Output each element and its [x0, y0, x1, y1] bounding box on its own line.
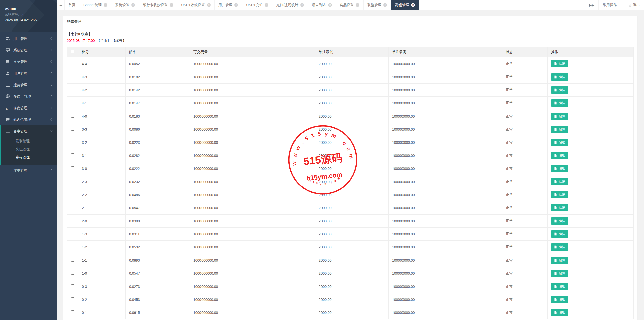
tab[interactable]: 语言列表 ×: [308, 0, 336, 10]
tab[interactable]: 系统设置 ×: [111, 0, 139, 10]
tab[interactable]: 奖品设置 ×: [336, 0, 364, 10]
row-checkbox[interactable]: [71, 206, 74, 209]
edit-button[interactable]: 编辑: [551, 60, 568, 67]
tab-close-icon[interactable]: ×: [131, 3, 135, 7]
row-checkbox[interactable]: [71, 258, 74, 262]
edit-button[interactable]: 编辑: [551, 270, 568, 277]
sidebar-group: 站内信管理: [0, 114, 57, 125]
row-checkbox[interactable]: [71, 75, 74, 78]
edit-button[interactable]: 编辑: [551, 99, 568, 107]
row-checkbox[interactable]: [71, 297, 74, 301]
edit-button[interactable]: 编辑: [551, 139, 568, 146]
edit-button-label: 编辑: [559, 140, 565, 145]
user-name: admin: [5, 6, 52, 10]
sidebar-item[interactable]: 站内信管理: [0, 114, 57, 125]
tab-close-icon[interactable]: ×: [328, 3, 332, 7]
user-icon: [6, 71, 10, 75]
tab[interactable]: 银行卡收款设置 ×: [139, 0, 177, 10]
tabs-scroll-left-icon[interactable]: ◀◀: [57, 0, 65, 10]
tabs-scroll-right-icon[interactable]: ▶▶: [585, 0, 598, 10]
sidebar-item[interactable]: 运营管理: [0, 79, 57, 91]
tab[interactable]: 用户管理 ×: [215, 0, 242, 10]
sidebar-item[interactable]: 赛事管理: [1, 125, 57, 137]
row-checkbox[interactable]: [71, 284, 74, 288]
tab-close-icon[interactable]: ×: [300, 3, 304, 7]
odds-cell: 0.0380: [126, 215, 190, 228]
sidebar-item[interactable]: 文章管理: [0, 56, 57, 67]
edit-button[interactable]: 编辑: [551, 217, 568, 225]
row-checkbox[interactable]: [71, 180, 74, 183]
edit-button-label: 编辑: [559, 310, 565, 315]
edit-button[interactable]: 编辑: [551, 113, 568, 120]
tab[interactable]: 赛程管理 ×: [391, 0, 419, 10]
min-cell: 2000.00: [315, 175, 389, 188]
row-checkbox[interactable]: [71, 88, 74, 91]
row-checkbox[interactable]: [71, 245, 74, 248]
row-checkbox[interactable]: [71, 166, 74, 170]
edit-button[interactable]: 编辑: [551, 191, 568, 198]
tab[interactable]: 联盟管理 ×: [364, 0, 391, 10]
tab[interactable]: Banner管理 ×: [79, 0, 111, 10]
row-checkbox[interactable]: [71, 153, 74, 157]
sidebar-item[interactable]: 系统管理: [0, 44, 57, 56]
tab[interactable]: 充值/提现统计 ×: [272, 0, 308, 10]
edit-button[interactable]: 编辑: [551, 86, 568, 94]
sidebar-item-label: 站内信管理: [13, 118, 31, 122]
row-checkbox[interactable]: [71, 101, 74, 104]
sidebar-group: 赛事管理 联盟管理 队伍管理 赛程管理: [0, 125, 57, 165]
tab-close-icon[interactable]: ×: [234, 3, 238, 7]
max-cell: 100000000.00: [389, 175, 502, 188]
edit-file-icon: [554, 285, 557, 288]
edit-button[interactable]: 编辑: [551, 126, 568, 133]
edit-button[interactable]: 编辑: [551, 230, 568, 238]
edit-button[interactable]: 编辑: [551, 204, 568, 211]
common-operations-label: 常用操作: [603, 3, 617, 7]
sidebar-item[interactable]: 用户管理: [0, 67, 57, 79]
sidebar-item[interactable]: 用户管理: [0, 33, 57, 44]
tab[interactable]: USDT收款设置 ×: [177, 0, 215, 10]
row-checkbox[interactable]: [71, 62, 74, 65]
sidebar-subitem[interactable]: 联盟管理: [1, 137, 57, 145]
sidebar-item[interactable]: 多语言管理: [0, 91, 57, 102]
sidebar-item[interactable]: ¥ 转盘管理: [0, 102, 57, 114]
tabbar: ◀◀ 首页 Banner管理 × 系统设置 × 银行卡收款设置 × USDT收款…: [57, 0, 644, 10]
edit-button[interactable]: 编辑: [551, 165, 568, 172]
tab-close-icon[interactable]: ×: [356, 3, 359, 7]
user-role-dropdown[interactable]: 超级管理员 ▾: [5, 12, 52, 16]
edit-button[interactable]: 编辑: [551, 296, 568, 303]
row-checkbox[interactable]: [71, 219, 74, 222]
row-checkbox[interactable]: [71, 193, 74, 196]
edit-file-icon: [554, 232, 557, 236]
edit-button[interactable]: 编辑: [551, 243, 568, 251]
common-operations-dropdown[interactable]: 常用操作 ▾: [598, 0, 624, 10]
sidebar-group: 多语言管理: [0, 91, 57, 102]
row-checkbox[interactable]: [71, 271, 74, 275]
logout-button[interactable]: 退出: [624, 0, 644, 10]
table-header-row: 比分 赔率 可交易量 单注最低 单注最高 状态 操作: [67, 47, 634, 57]
edit-button[interactable]: 编辑: [551, 152, 568, 159]
tab-close-icon[interactable]: ×: [207, 3, 211, 7]
edit-button[interactable]: 编辑: [551, 283, 568, 290]
edit-button[interactable]: 编辑: [551, 73, 568, 81]
row-checkbox[interactable]: [71, 140, 74, 144]
edit-button[interactable]: 编辑: [551, 178, 568, 185]
tab-close-icon[interactable]: ×: [411, 3, 415, 7]
edit-button[interactable]: 编辑: [551, 257, 568, 264]
tab-close-icon[interactable]: ×: [170, 3, 173, 7]
row-checkbox[interactable]: [71, 127, 74, 131]
score-cell: 2-3: [78, 175, 126, 188]
sidebar-subitem[interactable]: 队伍管理: [1, 145, 57, 153]
tab-close-icon[interactable]: ×: [265, 3, 268, 7]
row-checkbox[interactable]: [71, 232, 74, 235]
sidebar-item[interactable]: 注单管理: [0, 165, 57, 176]
sidebar-subitem[interactable]: 赛程管理: [1, 153, 57, 161]
edit-button[interactable]: 编辑: [551, 309, 568, 316]
table-row: 3-3 0.0086 1000000000.00 2000.00 1000000…: [67, 123, 634, 136]
tab[interactable]: USDT充值 ×: [242, 0, 272, 10]
row-checkbox[interactable]: [71, 310, 74, 314]
tab[interactable]: 首页: [65, 0, 79, 10]
tab-close-icon[interactable]: ×: [383, 3, 387, 7]
select-all-checkbox[interactable]: [71, 50, 74, 53]
tab-close-icon[interactable]: ×: [104, 3, 107, 7]
row-checkbox[interactable]: [71, 114, 74, 118]
